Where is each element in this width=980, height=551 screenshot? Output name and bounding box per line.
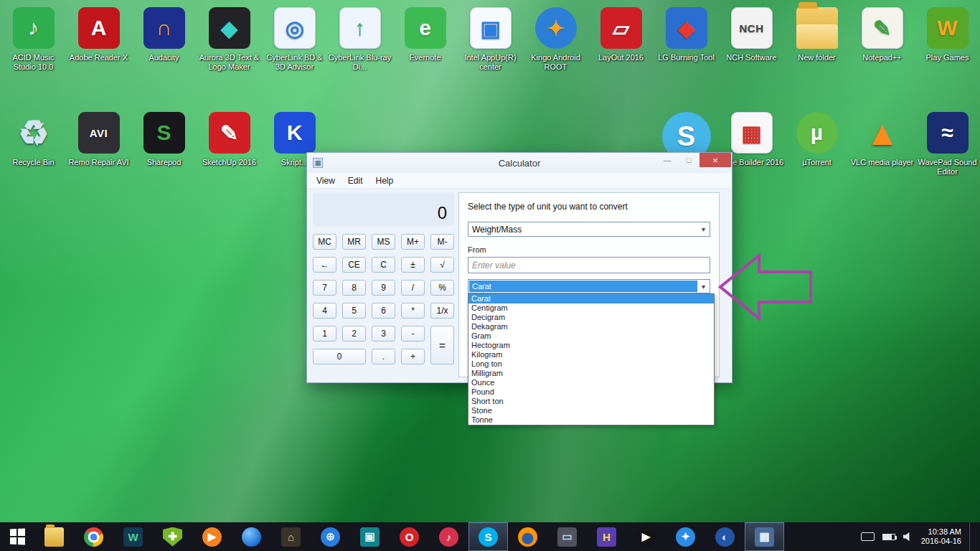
key-percent[interactable]: % <box>430 280 454 296</box>
unit-option[interactable]: Long ton <box>468 359 714 369</box>
taskbar-icon-firefox[interactable] <box>508 522 547 551</box>
key-equals[interactable]: = <box>430 326 454 364</box>
desktop-icon-acid-music-studio[interactable]: ♪ ACID Music Studio 10.0 <box>1 4 66 72</box>
desktop-icon-kingo-android-root[interactable]: ✦ Kingo Android ROOT <box>523 4 588 72</box>
unit-option[interactable]: Carat <box>468 294 714 303</box>
unit-option[interactable]: Ounce <box>468 378 714 387</box>
unit-option[interactable]: Milligram <box>468 369 714 378</box>
unit-option[interactable]: Tonne <box>468 415 714 425</box>
touch-keyboard-icon[interactable] <box>861 532 875 541</box>
key-backspace[interactable]: ← <box>313 257 336 273</box>
taskbar-icon-tv-app[interactable]: ▣ <box>350 522 390 551</box>
desktop-icon-notepad-plus-plus[interactable]: ✎ Notepad++ <box>849 4 915 72</box>
desktop-icon-vlc-media-player[interactable]: ▲ VLC media player <box>849 109 915 176</box>
key-1[interactable]: 1 <box>313 326 336 342</box>
minimize-button[interactable]: — <box>656 153 678 167</box>
desktop-icon-audacity[interactable]: ∩ Audacity <box>131 4 197 72</box>
taskbar-icon-safari[interactable]: ✦ <box>666 522 705 551</box>
taskbar-icon-itunes[interactable]: ♪ <box>429 522 468 551</box>
taskbar-icon-globe-2[interactable]: ◐ <box>705 522 745 551</box>
taskbar-icon-herelook[interactable]: H <box>587 522 626 551</box>
key-7[interactable]: 7 <box>313 280 336 296</box>
unit-option[interactable]: Dekagram <box>468 322 714 331</box>
taskbar-icon-file-explorer[interactable] <box>34 522 74 551</box>
taskbar-icon-skype[interactable]: S <box>468 522 508 551</box>
value-input[interactable] <box>468 257 710 273</box>
key-4[interactable]: 4 <box>313 303 336 319</box>
taskbar-clock[interactable]: 10:38 AM 2016-04-16 <box>921 527 961 546</box>
desktop-icon-sharepod[interactable]: S Sharepod <box>131 109 197 176</box>
from-unit-combobox[interactable]: Carat ▾ <box>468 279 710 293</box>
key-decimal[interactable]: . <box>372 349 395 364</box>
key-plus[interactable]: + <box>401 349 425 364</box>
desktop-icon-lg-burning-tool[interactable]: ◆ LG Burning Tool <box>654 4 719 72</box>
desktop-icon-play-games[interactable]: W Play Games <box>915 4 980 72</box>
menu-item[interactable]: Edit <box>341 174 369 187</box>
desktop-icon-sketchup-2016[interactable]: ✎ SketchUp 2016 <box>197 109 262 176</box>
key-mr[interactable]: MR <box>342 234 366 250</box>
key-reciprocal[interactable]: 1/x <box>430 303 454 319</box>
desktop-icon-nch-software[interactable]: NCH NCH Software <box>719 4 784 72</box>
menu-item[interactable]: Help <box>369 174 400 187</box>
taskbar-icon-bank-app[interactable]: ⌂ <box>271 522 311 551</box>
key-minus[interactable]: - <box>401 326 425 342</box>
volume-icon[interactable] <box>903 532 913 542</box>
key-8[interactable]: 8 <box>342 280 366 296</box>
close-button[interactable]: × <box>699 153 731 167</box>
maximize-button[interactable]: □ <box>678 153 699 167</box>
key-9[interactable]: 9 <box>372 280 395 296</box>
show-desktop-button[interactable] <box>969 522 973 551</box>
taskbar-icon-wondershare[interactable]: W <box>113 522 153 551</box>
key-divide[interactable]: / <box>401 280 425 296</box>
key-sqrt[interactable]: √ <box>430 257 454 273</box>
desktop-icon-adobe-reader-x[interactable]: A Adobe Reader X <box>66 4 131 72</box>
titlebar[interactable]: ▦ Calculator — □ × <box>307 153 732 173</box>
key-m-minus[interactable]: M- <box>430 234 454 250</box>
key-6[interactable]: 6 <box>372 303 395 319</box>
key-ce[interactable]: CE <box>342 257 366 273</box>
unit-option[interactable]: Centigram <box>468 303 714 313</box>
taskbar-icon-internet-globe[interactable]: ⊕ <box>311 522 350 551</box>
desktop: ♪ ACID Music Studio 10.0 A Adobe Reader … <box>0 0 980 551</box>
key-multiply[interactable]: * <box>401 303 425 319</box>
unit-option[interactable]: Decigram <box>468 313 714 322</box>
key-3[interactable]: 3 <box>372 326 395 342</box>
battery-icon[interactable] <box>882 534 895 540</box>
key-ms[interactable]: MS <box>372 234 395 250</box>
taskbar-icon-blue-app[interactable] <box>232 522 271 551</box>
start-button[interactable] <box>0 522 34 551</box>
taskbar-icon-media-player-orange[interactable]: ▶ <box>192 522 232 551</box>
taskbar-icon-chrome[interactable] <box>74 522 113 551</box>
taskbar-icon-opera[interactable]: O <box>390 522 429 551</box>
taskbar-icon-calculator[interactable]: ▦ <box>745 522 784 551</box>
key-negate[interactable]: ± <box>401 257 425 273</box>
desktop-icon-remo-repair-avi[interactable]: AVI Remo Repair AVI <box>66 109 131 176</box>
desktop-icon-intel-appup-center[interactable]: ▣ Intel AppUp(R) center <box>458 4 523 72</box>
unit-type-combobox[interactable]: Weight/Mass ▾ <box>468 222 710 237</box>
unit-option[interactable]: Kilogram <box>468 350 714 359</box>
desktop-icon-recycle-bin[interactable]: ♻ Recycle Bin <box>1 109 66 176</box>
taskbar-icon-antivirus[interactable]: ✚ <box>153 522 192 551</box>
key-5[interactable]: 5 <box>342 303 366 319</box>
desktop-icon-new-folder[interactable]: New folder <box>784 4 849 72</box>
menu-item[interactable]: View <box>310 174 341 187</box>
taskbar-icon-play-music-black[interactable]: ▶ <box>626 522 666 551</box>
desktop-icon-layout-2016[interactable]: ▱ LayOut 2016 <box>588 4 654 72</box>
desktop-icon-evernote[interactable]: e Evernote <box>392 4 458 72</box>
taskbar-icon-screen-projector[interactable]: ▭ <box>547 522 587 551</box>
unit-option[interactable]: Pound <box>468 387 714 397</box>
unit-option[interactable]: Gram <box>468 331 714 341</box>
key-0[interactable]: 0 <box>313 349 366 364</box>
unit-option[interactable]: Hectogram <box>468 341 714 350</box>
key-mc[interactable]: MC <box>313 234 336 250</box>
unit-option[interactable]: Short ton <box>468 397 714 406</box>
unit-option[interactable]: Stone <box>468 406 714 415</box>
desktop-icon-aurora-3d-text-logo-maker[interactable]: ◆ Aurora 3D Text & Logo Maker <box>197 4 262 72</box>
desktop-icon-wavepad-sound-editor[interactable]: ≈ WavePad Sound Editor <box>915 109 980 176</box>
key-c[interactable]: C <box>372 257 395 273</box>
key-m-plus[interactable]: M+ <box>401 234 425 250</box>
desktop-icon-utorrent[interactable]: µ µTorrent <box>784 109 849 176</box>
key-2[interactable]: 2 <box>342 326 366 342</box>
desktop-icon-cyberlink-blu-ray[interactable]: ↑ CyberLink Blu-ray Di... <box>327 4 392 72</box>
desktop-icon-cyberlink-bd-3d-advisor[interactable]: ◎ CyberLink BD & 3D Advisor <box>262 4 327 72</box>
